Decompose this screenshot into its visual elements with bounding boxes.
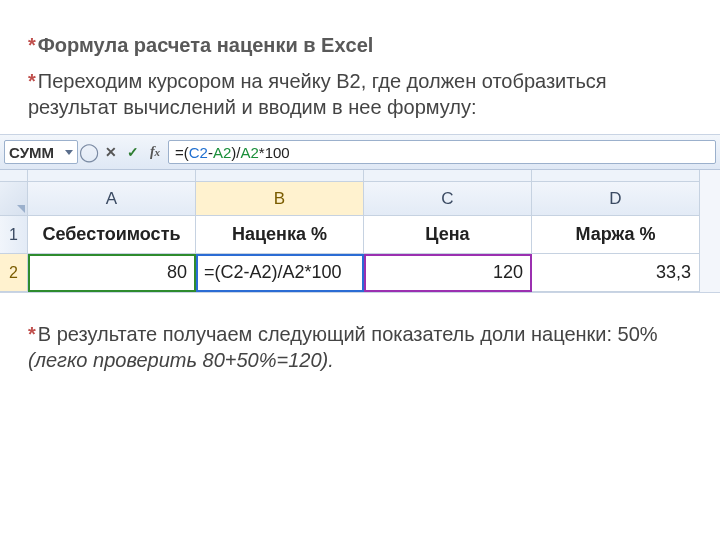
bullet-step: *Переходим курсором на ячейку B2, где до… bbox=[28, 68, 692, 120]
cell-C2[interactable]: 120 bbox=[364, 254, 532, 292]
name-box-value: СУММ bbox=[9, 144, 54, 161]
grid-spacer bbox=[0, 170, 28, 182]
grid-spacer bbox=[28, 170, 196, 182]
step-text: Переходим курсором на ячейку B2, где дол… bbox=[28, 70, 607, 118]
fx-icon[interactable]: fx bbox=[144, 141, 166, 163]
formula-input[interactable]: =(C2-A2)/A2*100 bbox=[168, 140, 716, 164]
cell-D1[interactable]: Маржа % bbox=[532, 216, 700, 254]
chevron-down-icon bbox=[65, 150, 73, 155]
accept-icon[interactable]: ✓ bbox=[122, 141, 144, 163]
col-header-D[interactable]: D bbox=[532, 182, 700, 216]
expand-icon[interactable]: ◯ bbox=[78, 141, 100, 163]
grid-spacer bbox=[532, 170, 700, 182]
formula-bar: СУММ ◯ ✕ ✓ fx =(C2-A2)/A2*100 bbox=[0, 135, 720, 170]
col-header-B[interactable]: B bbox=[196, 182, 364, 216]
grid-spacer bbox=[196, 170, 364, 182]
bullet-title: *Формула расчета наценки в Excel bbox=[28, 32, 692, 58]
name-box[interactable]: СУММ bbox=[4, 140, 78, 164]
grid-spacer bbox=[364, 170, 532, 182]
cell-A1[interactable]: Себестоимость bbox=[28, 216, 196, 254]
result-text-b: (легко проверить 80+50%=120). bbox=[28, 349, 334, 371]
title-text: Формула расчета наценки в Excel bbox=[38, 34, 374, 56]
cell-D2[interactable]: 33,3 bbox=[532, 254, 700, 292]
cell-B2[interactable]: =(C2-A2)/A2*100 bbox=[196, 254, 364, 292]
bullet-star-icon: * bbox=[28, 70, 36, 92]
spreadsheet-grid: A B C D 1 Себестоимость Наценка % Цена М… bbox=[0, 170, 720, 292]
select-all-corner[interactable] bbox=[0, 182, 28, 216]
slide: *Формула расчета наценки в Excel *Перехо… bbox=[0, 0, 720, 540]
cancel-icon[interactable]: ✕ bbox=[100, 141, 122, 163]
cell-A2[interactable]: 80 bbox=[28, 254, 196, 292]
row-header-1[interactable]: 1 bbox=[0, 216, 28, 254]
col-header-C[interactable]: C bbox=[364, 182, 532, 216]
result-text-a: В результате получаем следующий показате… bbox=[38, 323, 658, 345]
col-header-A[interactable]: A bbox=[28, 182, 196, 216]
bullet-result: *В результате получаем следующий показат… bbox=[28, 321, 692, 373]
excel-screenshot: СУММ ◯ ✕ ✓ fx =(C2-A2)/A2*100 A B C D bbox=[0, 134, 720, 293]
row-header-2[interactable]: 2 bbox=[0, 254, 28, 292]
bullet-star-icon: * bbox=[28, 323, 36, 345]
formula-text: =(C2-A2)/A2*100 bbox=[175, 144, 290, 161]
cell-B1[interactable]: Наценка % bbox=[196, 216, 364, 254]
bullet-star-icon: * bbox=[28, 34, 36, 56]
cell-C1[interactable]: Цена bbox=[364, 216, 532, 254]
